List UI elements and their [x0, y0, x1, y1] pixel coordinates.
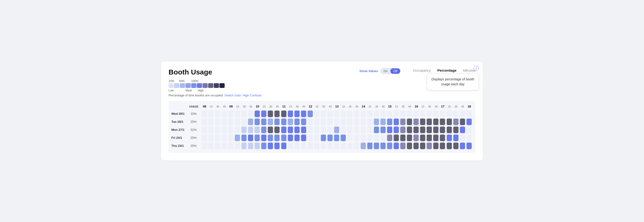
cell-2-3 — [221, 126, 228, 134]
col-header-time-17: 15 — [314, 105, 320, 110]
cell-1-40 — [466, 118, 473, 126]
cell-2-39 — [460, 126, 466, 134]
cell-1-36 — [440, 118, 446, 126]
cell-0-25 — [367, 110, 374, 118]
cell-2-8 — [254, 126, 261, 134]
table-row: Fri 24/125% — [171, 134, 473, 142]
cell-2-40 — [466, 126, 473, 134]
cell-4-34 — [426, 142, 433, 150]
col-header-time-5: 15 — [234, 105, 241, 110]
row-day-label: Tue 28/1 — [171, 118, 188, 126]
toggle-on-btn[interactable]: On — [381, 68, 390, 74]
cell-0-36 — [440, 110, 446, 118]
toggle-off-btn[interactable]: Off — [390, 68, 400, 74]
cell-4-13 — [287, 142, 294, 150]
col-header-time-1: 15 — [208, 105, 214, 110]
tab-occupancy[interactable]: Occupancy — [413, 68, 431, 74]
cell-2-30 — [400, 126, 406, 134]
tooltip-bubble: Displays percentage of booth usage each … — [427, 73, 479, 90]
cell-0-17 — [314, 110, 320, 118]
cell-1-23 — [353, 118, 360, 126]
cell-1-14 — [294, 118, 300, 126]
cell-2-19 — [327, 126, 334, 134]
col-header-time-29: 15 — [393, 105, 400, 110]
cell-3-5 — [234, 134, 241, 142]
cell-2-15 — [300, 126, 307, 134]
col-header-time-23: 45 — [353, 105, 360, 110]
tab-percentage[interactable]: Percentage — [438, 68, 456, 74]
cell-0-7 — [248, 110, 254, 118]
cell-3-16 — [307, 134, 314, 142]
cell-2-24 — [360, 126, 367, 134]
cell-2-13 — [287, 126, 294, 134]
col-header-time-13: 15 — [287, 105, 294, 110]
cell-3-20 — [334, 134, 340, 142]
legend-pct-100: 100% — [191, 80, 204, 83]
cell-1-18 — [320, 118, 327, 126]
cell-3-1 — [208, 134, 214, 142]
cell-3-32 — [413, 134, 420, 142]
cell-1-9 — [261, 118, 267, 126]
cell-3-15 — [300, 134, 307, 142]
cell-4-38 — [453, 142, 460, 150]
table-row: Wed 29/110% — [171, 110, 473, 118]
show-values-label: Show Values — [360, 69, 378, 73]
col-header-time-35: 45 — [433, 105, 440, 110]
col-header-time-19: 45 — [327, 105, 334, 110]
swatch-1 — [168, 83, 174, 88]
col-header-usage: USAGE — [188, 105, 201, 110]
cell-0-27 — [380, 110, 386, 118]
cell-0-40 — [466, 110, 473, 118]
swatch-7 — [202, 83, 208, 88]
cell-4-33 — [420, 142, 426, 150]
cell-4-14 — [294, 142, 300, 150]
cell-4-7 — [248, 142, 254, 150]
cell-0-8 — [254, 110, 261, 118]
cell-1-17 — [314, 118, 320, 126]
cell-4-20 — [334, 142, 340, 150]
cell-0-2 — [214, 110, 221, 118]
cell-0-24 — [360, 110, 367, 118]
col-header-time-26: 30 — [374, 105, 380, 110]
cell-3-35 — [433, 134, 440, 142]
cell-2-17 — [314, 126, 320, 134]
cell-4-23 — [353, 142, 360, 150]
col-header-time-18: 30 — [320, 105, 327, 110]
cell-3-29 — [393, 134, 400, 142]
cell-4-36 — [440, 142, 446, 150]
info-icon[interactable]: i — [474, 66, 479, 71]
heat-grid-container: USAGE08153045091530451015304511153045121… — [168, 101, 476, 153]
cell-2-22 — [347, 126, 353, 134]
switch-color-link[interactable]: Switch color: High Contrast — [224, 94, 262, 97]
col-header-day — [171, 105, 188, 110]
show-values-area: Show Values On Off — [360, 68, 400, 74]
cell-1-29 — [393, 118, 400, 126]
cell-1-21 — [340, 118, 347, 126]
legend-label-low: Low — [168, 89, 186, 92]
cell-3-22 — [347, 134, 353, 142]
toggle-control[interactable]: On Off — [380, 68, 400, 74]
cell-0-4 — [228, 110, 234, 118]
cell-1-11 — [274, 118, 280, 126]
col-header-time-12: 11 — [281, 105, 287, 110]
cell-2-10 — [267, 126, 274, 134]
cell-3-19 — [327, 134, 334, 142]
legend: 15% 50% 100% — [168, 80, 226, 92]
col-header-time-27: 45 — [380, 105, 386, 110]
cell-1-38 — [453, 118, 460, 126]
cell-1-2 — [214, 118, 221, 126]
row-usage-label: 10% — [188, 110, 201, 118]
cell-4-35 — [433, 142, 440, 150]
cell-0-33 — [420, 110, 426, 118]
row-day-label: Wed 29/1 — [171, 110, 188, 118]
cell-3-36 — [440, 134, 446, 142]
cell-2-9 — [261, 126, 267, 134]
cell-3-2 — [214, 134, 221, 142]
cell-4-8 — [254, 142, 261, 150]
table-row: Tue 28/125% — [171, 118, 473, 126]
cell-4-37 — [446, 142, 453, 150]
cell-3-11 — [274, 134, 280, 142]
cell-4-3 — [221, 142, 228, 150]
cell-0-23 — [353, 110, 360, 118]
cell-4-27 — [380, 142, 386, 150]
